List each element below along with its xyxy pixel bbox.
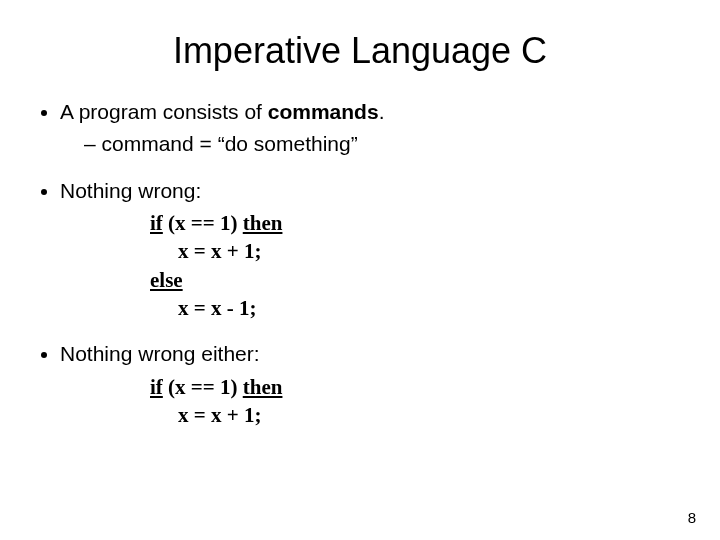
code1-line1-mid: (x == 1) xyxy=(163,211,243,235)
keyword-then: then xyxy=(243,375,283,399)
code-block-2: if (x == 1) then x = x + 1; xyxy=(60,373,690,430)
bullet-1-sub-1: command = “do something” xyxy=(84,130,690,158)
bullet-1: A program consists of commands. command … xyxy=(60,98,690,159)
bullet-1-text-bold: commands xyxy=(268,100,379,123)
code2-line1-mid: (x == 1) xyxy=(163,375,243,399)
bullet-2: Nothing wrong: if (x == 1) then x = x + … xyxy=(60,177,690,323)
code-block-1: if (x == 1) then x = x + 1; else x = x -… xyxy=(60,209,690,322)
slide: Imperative Language C A program consists… xyxy=(0,0,720,540)
slide-title: Imperative Language C xyxy=(30,30,690,72)
code1-line3: else xyxy=(150,266,690,294)
bullet-1-text-pre: A program consists of xyxy=(60,100,268,123)
keyword-if: if xyxy=(150,211,163,235)
code2-line1: if (x == 1) then xyxy=(150,373,690,401)
code1-line4: x = x - 1; xyxy=(150,294,690,322)
page-number: 8 xyxy=(688,509,696,526)
keyword-then: then xyxy=(243,211,283,235)
bullet-1-sublist: command = “do something” xyxy=(60,130,690,158)
bullet-2-label: Nothing wrong: xyxy=(60,179,201,202)
code2-line2: x = x + 1; xyxy=(150,401,690,429)
bullet-list: A program consists of commands. command … xyxy=(30,98,690,429)
bullet-3: Nothing wrong either: if (x == 1) then x… xyxy=(60,340,690,429)
keyword-else: else xyxy=(150,268,183,292)
bullet-3-label: Nothing wrong either: xyxy=(60,342,260,365)
bullet-1-text-post: . xyxy=(379,100,385,123)
keyword-if: if xyxy=(150,375,163,399)
code1-line2: x = x + 1; xyxy=(150,237,690,265)
code1-line1: if (x == 1) then xyxy=(150,209,690,237)
